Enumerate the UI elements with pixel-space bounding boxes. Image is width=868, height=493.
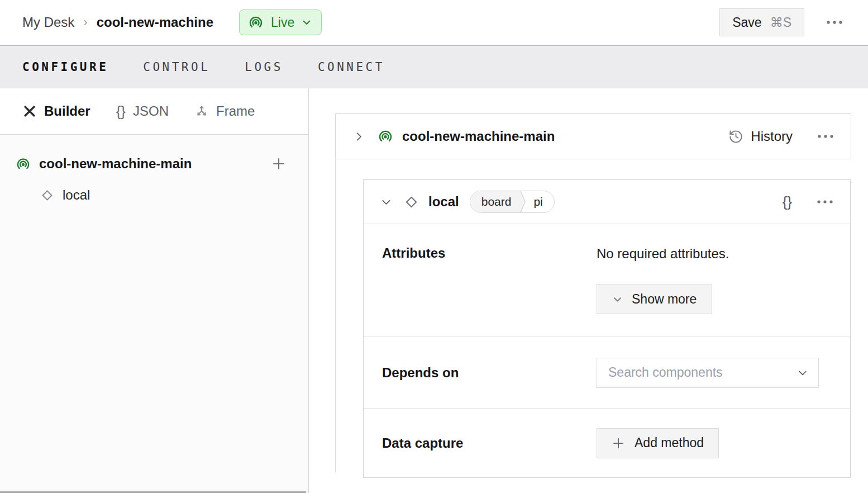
badge-divider-icon (518, 191, 527, 212)
viam-live-icon (248, 15, 264, 30)
depends-on-label: Depends on (382, 365, 597, 381)
tree-machine-main-label: cool-new-machine-main (39, 156, 263, 172)
frame-axes-icon (194, 104, 209, 118)
configure-sidebar: Builder {} JSON Frame (0, 88, 309, 493)
machine-status-dropdown[interactable]: Live (239, 10, 322, 35)
tree-item-machine-main[interactable]: cool-new-machine-main (16, 150, 286, 177)
tab-configure[interactable]: CONFIGURE (22, 60, 108, 74)
save-button-label: Save (732, 15, 761, 30)
component-name: local (428, 194, 459, 210)
depends-on-select[interactable]: Search components (597, 358, 819, 388)
component-type-badge: board pi (470, 191, 555, 213)
add-method-label: Add method (635, 435, 704, 451)
chevron-down-icon[interactable] (380, 196, 392, 208)
chevron-right-icon[interactable] (353, 131, 365, 143)
add-method-button[interactable]: Add method (597, 428, 719, 458)
live-status-label: Live (271, 15, 294, 30)
history-clock-icon (728, 129, 743, 144)
plus-icon (612, 437, 625, 450)
chevron-down-icon (612, 294, 623, 305)
tab-connect[interactable]: CONNECT (318, 60, 385, 74)
viam-machine-icon (378, 129, 393, 144)
attributes-label: Attributes (382, 245, 597, 314)
app-window: My Desk › cool-new-machine Live Save ⌘S (0, 0, 868, 493)
top-header: My Desk › cool-new-machine Live Save ⌘S (0, 0, 868, 45)
header-overflow-menu-icon[interactable] (826, 20, 843, 25)
tree-connector-line (335, 159, 336, 472)
tab-logs[interactable]: LOGS (245, 60, 283, 74)
save-button[interactable]: Save ⌘S (719, 8, 804, 36)
machine-part-tree: cool-new-machine-main local (0, 135, 308, 491)
viam-machine-icon (16, 157, 31, 172)
component-model: pi (527, 191, 554, 212)
component-card-overflow-menu-icon[interactable] (817, 200, 833, 204)
component-type: board (470, 191, 518, 212)
machine-part-card-header: cool-new-machine-main History (335, 113, 851, 159)
history-button[interactable]: History (728, 129, 793, 144)
breadcrumb-machine-name: cool-new-machine (97, 15, 213, 30)
main-panel: cool-new-machine-main History (309, 88, 868, 493)
save-shortcut-hint: ⌘S (770, 15, 791, 30)
mode-frame-label: Frame (216, 103, 255, 119)
attributes-empty-message: No required attributes. (597, 245, 729, 262)
braces-icon: {} (116, 104, 126, 118)
tree-local-label: local (63, 187, 90, 203)
data-capture-section: Data capture Add method (364, 409, 850, 477)
chevron-down-icon (797, 367, 808, 378)
component-card-local: local board pi {} A (363, 179, 851, 478)
tree-item-local[interactable]: local (16, 182, 286, 208)
data-capture-label: Data capture (382, 435, 597, 451)
content-area: Builder {} JSON Frame (0, 88, 868, 493)
builder-tools-icon (22, 104, 37, 118)
machine-part-title: cool-new-machine-main (402, 129, 728, 144)
mode-frame[interactable]: Frame (194, 103, 255, 119)
mode-json[interactable]: {} JSON (116, 103, 169, 119)
chevron-down-icon (302, 17, 312, 27)
view-mode-toggle: Builder {} JSON Frame (0, 88, 308, 135)
depends-on-section: Depends on Search components (364, 337, 850, 409)
breadcrumb: My Desk › cool-new-machine (22, 15, 213, 30)
show-more-label: Show more (632, 292, 697, 307)
mode-builder[interactable]: Builder (22, 103, 90, 119)
mode-builder-label: Builder (44, 103, 90, 119)
add-component-icon[interactable] (271, 157, 286, 171)
history-button-label: History (751, 129, 793, 144)
depends-on-placeholder: Search components (608, 365, 797, 380)
machine-card-overflow-menu-icon[interactable] (817, 134, 834, 139)
show-more-button[interactable]: Show more (597, 284, 712, 314)
tab-control[interactable]: CONTROL (143, 60, 210, 74)
attributes-section: Attributes No required attributes. Show … (364, 224, 850, 337)
diamond-icon (40, 188, 54, 202)
breadcrumb-my-desk[interactable]: My Desk (22, 15, 74, 30)
main-tab-bar: CONFIGURE CONTROL LOGS CONNECT (0, 45, 868, 88)
mode-json-label: JSON (133, 103, 169, 119)
diamond-icon (404, 195, 419, 210)
breadcrumb-separator-icon: › (83, 15, 87, 30)
view-json-braces-icon[interactable]: {} (783, 193, 792, 211)
component-card-header: local board pi {} (364, 180, 850, 224)
